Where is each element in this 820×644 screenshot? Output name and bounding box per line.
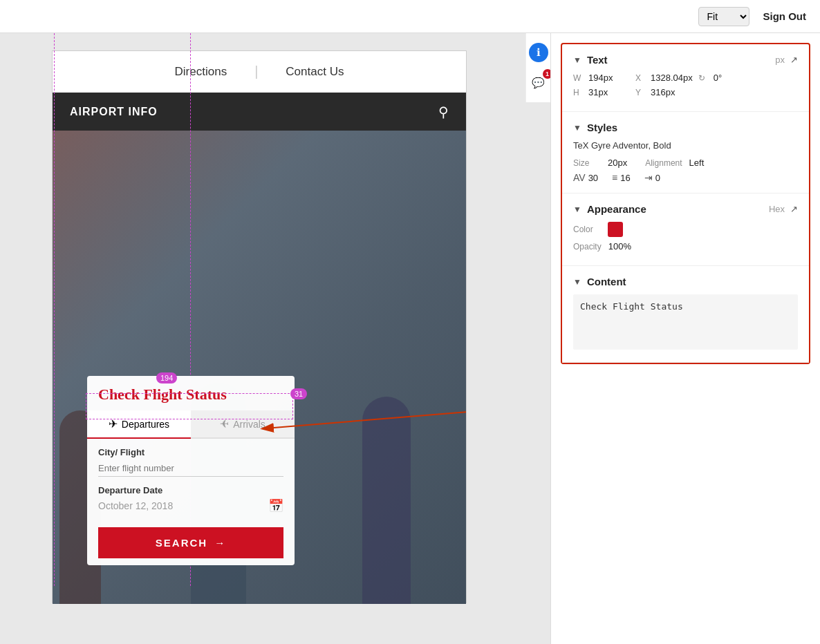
comment-icon-container: 💬 1 [529, 73, 548, 93]
styles-section-header: ▼ Styles [573, 122, 798, 133]
tab-arrivals-label: Arrivals [233, 419, 265, 430]
appearance-expand-icon[interactable]: ↗ [790, 204, 798, 214]
right-panel-inner: ▼ Text px ↗ W 194px X 1328.04px ↻ 0° H 3… [561, 43, 810, 364]
styles-chevron[interactable]: ▼ [573, 123, 581, 133]
flight-number-input[interactable] [98, 460, 283, 477]
text-section: ▼ Text px ↗ W 194px X 1328.04px ↻ 0° H 3… [562, 44, 809, 112]
search-button-label: SEARCH [156, 537, 207, 549]
metric-av: AV 30 [573, 172, 598, 183]
metric-line-spacing: ≡ 16 [612, 172, 631, 183]
text-section-header: ▼ Text px ↗ [573, 54, 798, 66]
departure-date-label: Departure Date [98, 485, 283, 495]
hero-area: 194 31 Check Flight Status ✈ Departures [53, 131, 466, 604]
dark-header: AIRPORT INFO ⚲ [53, 93, 466, 131]
airport-info-label: AIRPORT INFO [70, 106, 158, 118]
av-icon: AV [573, 172, 586, 183]
alignment-val: Left [689, 158, 705, 168]
badge-height: 31 [290, 388, 307, 399]
tab-arrivals[interactable]: ✈ Arrivals [191, 410, 295, 437]
nav-divider: | [254, 64, 258, 79]
y-value: 316px [651, 87, 692, 97]
opacity-row: Opacity 100% [573, 241, 798, 252]
content-section-title: ▼ Content [573, 276, 626, 287]
search-icon[interactable]: ⚲ [438, 104, 449, 120]
appearance-section-header: ▼ Appearance Hex ↗ [573, 203, 798, 215]
styles-label: Styles [587, 122, 617, 133]
av-value: 30 [588, 173, 598, 183]
fit-select[interactable]: Fit 50% 75% 100% 150% [698, 7, 749, 26]
x-label: X [635, 73, 645, 83]
font-name: TeX Gyre Adventor, Bold [573, 140, 798, 151]
height-row: H 31px Y 316px [573, 87, 798, 97]
tab-departures[interactable]: ✈ Departures [87, 410, 191, 439]
text-unit: px [775, 55, 785, 65]
content-section-header: ▼ Content [573, 276, 798, 287]
w-label: W [573, 73, 583, 83]
nav-item-contact[interactable]: Contact Us [286, 65, 344, 79]
appearance-section: ▼ Appearance Hex ↗ Color Opacity 100% [562, 193, 809, 266]
content-chevron[interactable]: ▼ [573, 277, 581, 287]
h-label: H [573, 88, 583, 97]
badge-width: 194 [156, 372, 177, 383]
opacity-label: Opacity [573, 242, 602, 252]
nav-bar: Directions | Contact Us [53, 51, 466, 93]
flight-widget: Check Flight Status ✈ Departures ✈ Arriv… [87, 376, 295, 565]
x-value: 1328.04px [651, 73, 693, 83]
nav-item-directions[interactable]: Directions [175, 65, 227, 79]
metric-indent: ⇥ 0 [644, 172, 660, 183]
appearance-unit: Hex [769, 204, 785, 214]
side-icons: ℹ 💬 1 [525, 33, 550, 102]
alignment-key: Alignment [645, 158, 682, 168]
canvas-area: Directions | Contact Us AIRPORT INFO ⚲ [0, 33, 553, 644]
style-metrics: AV 30 ≡ 16 ⇥ 0 [573, 172, 798, 183]
fit-selector-container: Fit 50% 75% 100% 150% [698, 7, 749, 26]
flight-form: City/ Flight Departure Date October 12, … [87, 439, 295, 522]
city-flight-label: City/ Flight [98, 447, 283, 457]
rotate-value: 0° [714, 73, 755, 83]
top-bar: Fit 50% 75% 100% 150% Sign Out [0, 0, 820, 33]
opacity-value: 100% [608, 241, 631, 252]
search-button[interactable]: SEARCH → [98, 527, 283, 558]
tab-departures-label: Departures [122, 419, 169, 430]
text-expand-icon[interactable]: ↗ [790, 55, 798, 65]
calendar-icon[interactable]: 📅 [268, 498, 283, 513]
w-value: 194px [588, 73, 630, 83]
text-label: Text [587, 54, 608, 66]
info-icon-button[interactable]: ℹ [529, 43, 548, 62]
appearance-section-title: ▼ Appearance [573, 203, 646, 215]
site-preview: Directions | Contact Us AIRPORT INFO ⚲ [52, 50, 467, 603]
color-label: Color [573, 225, 601, 234]
color-swatch[interactable] [608, 222, 623, 237]
size-key: Size [573, 158, 601, 168]
content-section: ▼ Content Check Flight Status [562, 266, 809, 363]
y-label: Y [635, 88, 645, 97]
right-panel: ▼ Text px ↗ W 194px X 1328.04px ↻ 0° H 3… [550, 33, 820, 644]
text-chevron[interactable]: ▼ [573, 55, 581, 65]
line-spacing-icon: ≡ [612, 172, 617, 183]
styles-section: ▼ Styles TeX Gyre Adventor, Bold Size 20… [562, 112, 809, 193]
indent-icon: ⇥ [644, 172, 653, 183]
search-arrow-icon: → [214, 537, 226, 549]
appearance-chevron[interactable]: ▼ [573, 205, 581, 214]
flight-tabs: ✈ Departures ✈ Arrivals [87, 410, 295, 439]
content-label: Content [587, 276, 626, 287]
sign-out-button[interactable]: Sign Out [763, 10, 807, 22]
appearance-label: Appearance [587, 203, 646, 215]
flight-widget-title: Check Flight Status [87, 376, 295, 410]
departure-date-value: October 12, 2018 [98, 500, 173, 511]
width-row: W 194px X 1328.04px ↻ 0° [573, 73, 798, 83]
text-section-title: ▼ Text [573, 54, 608, 66]
rotate-icon: ↻ [698, 73, 708, 83]
indent-value: 0 [655, 173, 660, 183]
departure-date-row: October 12, 2018 📅 [98, 498, 283, 513]
size-val: 20px [608, 158, 627, 168]
h-value: 31px [588, 87, 630, 97]
content-textarea[interactable]: Check Flight Status [573, 294, 798, 350]
departures-icon: ✈ [109, 417, 118, 430]
styles-section-title: ▼ Styles [573, 122, 617, 133]
color-row: Color [573, 222, 798, 237]
size-row: Size 20px Alignment Left [573, 158, 798, 168]
line-spacing-value: 16 [620, 173, 630, 183]
arrivals-icon: ✈ [220, 417, 229, 430]
